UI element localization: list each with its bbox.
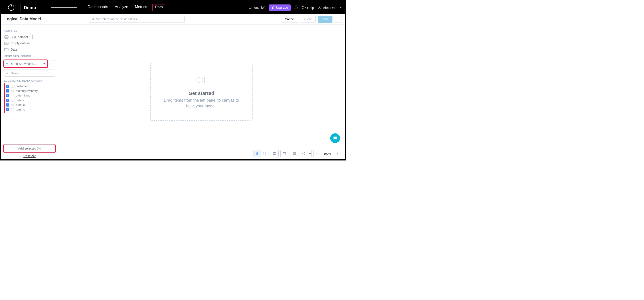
svg-point-4 xyxy=(92,18,94,19)
diagram-icon xyxy=(194,75,208,86)
add-selected-button[interactable]: Add selected (6) xyxy=(4,144,55,153)
tool-select[interactable] xyxy=(261,150,268,157)
svg-rect-32 xyxy=(11,99,14,102)
svg-line-16 xyxy=(8,73,8,74)
save-button[interactable]: Save xyxy=(318,16,332,23)
svg-point-63 xyxy=(304,153,305,153)
bell-icon[interactable] xyxy=(294,5,298,10)
section-new-item: NEW ITEM xyxy=(4,29,54,32)
checkbox-icon[interactable]: ✓ xyxy=(6,85,9,88)
canvas-placeholder-subtitle: Drag items from the left panel to canvas… xyxy=(161,98,242,109)
datasource-more-button[interactable]: ⋯ xyxy=(49,60,55,67)
svg-rect-42 xyxy=(11,108,14,111)
svg-point-1 xyxy=(302,6,306,9)
svg-rect-49 xyxy=(204,77,207,83)
svg-point-62 xyxy=(302,153,303,154)
svg-line-5 xyxy=(94,19,94,20)
user-menu[interactable]: Alex Doe xyxy=(318,6,342,10)
table-icon xyxy=(11,99,14,102)
new-item-empty-dataset[interactable]: Empty dataset xyxy=(4,40,55,46)
table-item-order-lines[interactable]: ✓ order_lines xyxy=(5,93,55,98)
calendar-icon xyxy=(4,48,8,51)
chat-button[interactable] xyxy=(330,133,340,143)
nav-metrics[interactable]: Metrics xyxy=(134,4,148,11)
trial-text: 1 month left xyxy=(249,6,265,9)
table-item-returns[interactable]: ✓ returns xyxy=(5,107,55,112)
tool-share-dropdown[interactable] xyxy=(307,150,311,157)
table-item-monthlyinventory[interactable]: ✓ monthlyinventory xyxy=(5,88,55,93)
chevron-down-icon xyxy=(340,7,342,8)
svg-point-2 xyxy=(304,8,304,9)
svg-point-15 xyxy=(6,72,8,74)
checkbox-icon[interactable]: ✓ xyxy=(6,99,9,102)
ellipsis-icon: ⋯ xyxy=(50,62,54,66)
section-from-datasource: FROM DATA SOURCE xyxy=(4,55,54,58)
svg-rect-22 xyxy=(11,90,14,92)
help-link[interactable]: Help xyxy=(302,6,314,10)
nav-data[interactable]: Data xyxy=(152,4,165,11)
zoom-in-button[interactable]: + xyxy=(334,150,341,157)
unselect-link[interactable]: Unselect xyxy=(4,154,55,158)
tool-add-date[interactable] xyxy=(280,150,288,157)
tool-add-dataset[interactable] xyxy=(271,150,278,157)
tool-map[interactable] xyxy=(290,150,298,157)
schema-name: ECOMMERCE_DEMO_SCHEMA xyxy=(4,79,55,82)
svg-rect-47 xyxy=(195,76,198,78)
svg-point-64 xyxy=(304,154,305,155)
canvas[interactable]: Get started Drag items from the left pan… xyxy=(58,25,345,159)
logo[interactable] xyxy=(4,5,19,11)
cancel-button[interactable]: Cancel xyxy=(281,16,298,23)
workspace-switcher[interactable]: Demo xyxy=(22,5,80,10)
checkbox-icon[interactable]: ✓ xyxy=(6,94,9,97)
canvas-placeholder: Get started Drag items from the left pan… xyxy=(150,63,252,121)
checkbox-icon[interactable]: ✓ xyxy=(6,103,9,106)
chevron-down-icon xyxy=(43,63,46,64)
new-item-date[interactable]: Date xyxy=(4,46,55,53)
bottom-toolbar: − 100% + xyxy=(253,150,341,157)
nav-dashboards[interactable]: Dashboards xyxy=(86,4,110,11)
nav-analyze[interactable]: Analyze xyxy=(114,4,130,11)
svg-line-66 xyxy=(303,154,304,155)
tool-pan[interactable] xyxy=(254,150,261,157)
svg-rect-37 xyxy=(11,104,14,106)
svg-rect-48 xyxy=(195,82,198,84)
checkbox-icon[interactable]: ✓ xyxy=(6,89,9,92)
zoom-out-button[interactable]: − xyxy=(314,150,321,157)
main-nav: Dashboards Analyze Metrics Data xyxy=(86,4,165,11)
tool-share[interactable] xyxy=(300,150,307,157)
more-actions-button[interactable]: ⋯ xyxy=(335,16,342,23)
svg-rect-53 xyxy=(273,153,276,155)
zoom-value: 100% xyxy=(321,152,334,155)
svg-rect-6 xyxy=(5,42,8,45)
svg-line-65 xyxy=(303,153,304,154)
sidebar-search-input[interactable] xyxy=(4,70,55,77)
svg-point-3 xyxy=(319,6,320,8)
search-icon xyxy=(91,17,94,21)
table-item-product[interactable]: ✓ product xyxy=(5,102,55,107)
svg-rect-17 xyxy=(11,85,14,88)
sql-icon: SQL xyxy=(4,36,8,39)
ellipsis-icon: ⋯ xyxy=(337,17,340,21)
snowflake-icon: ✻ xyxy=(6,62,8,65)
svg-line-50 xyxy=(198,77,204,79)
table-item-orders[interactable]: ✓ orders xyxy=(5,98,55,102)
datasource-select[interactable]: ✻ Demo Snowflake… xyxy=(4,60,48,67)
help-icon[interactable]: ? xyxy=(31,36,34,39)
checkbox-icon[interactable]: ✓ xyxy=(6,108,9,111)
table-item-customer[interactable]: ✓ customer xyxy=(5,84,55,88)
sidebar: NEW ITEM SQL SQL dataset ? Empty dataset… xyxy=(1,25,58,159)
table-icon xyxy=(11,108,14,111)
search-icon xyxy=(6,71,9,75)
svg-line-51 xyxy=(198,81,204,83)
subbar: Logical Data Model Cancel Clear Save ⋯ xyxy=(1,14,345,25)
table-icon xyxy=(11,94,14,97)
new-item-sql-dataset[interactable]: SQL SQL dataset ? xyxy=(4,34,55,40)
upgrade-button[interactable]: Upgrade xyxy=(269,5,291,11)
canvas-placeholder-title: Get started xyxy=(188,90,214,96)
global-search-input[interactable] xyxy=(89,16,185,23)
svg-rect-27 xyxy=(11,94,14,97)
svg-rect-11 xyxy=(5,48,8,51)
table-icon xyxy=(11,85,14,88)
svg-marker-0 xyxy=(272,6,274,9)
clear-button[interactable]: Clear xyxy=(301,16,316,23)
